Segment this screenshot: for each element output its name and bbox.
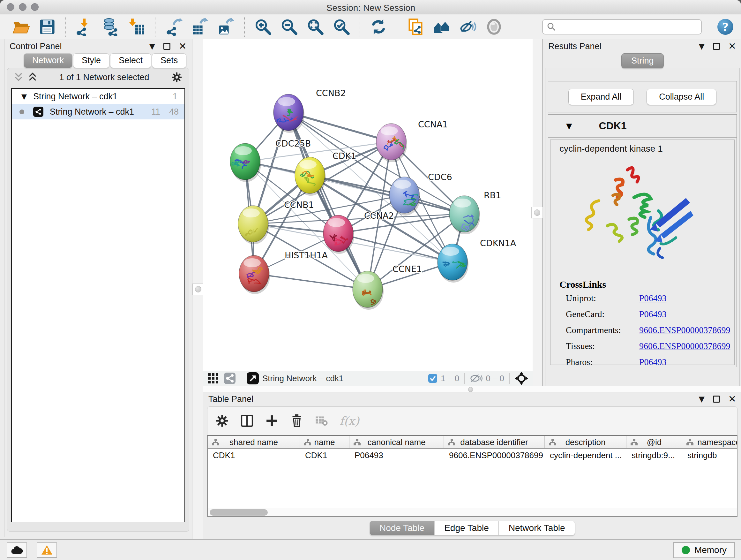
help-icon[interactable]: ?: [717, 18, 734, 35]
float-panel-icon[interactable]: [713, 43, 720, 50]
network-canvas[interactable]: CCNB2CCNA1CDC25BCDK1CDC6RB1CCNB1CCNA2CDK…: [203, 39, 533, 371]
splitter-grip[interactable]: [531, 207, 543, 219]
close-panel-icon[interactable]: ✕: [179, 42, 187, 51]
table-row[interactable]: CDK1 CDK1 P06493 9606.ENSP00000378699 cy…: [208, 449, 737, 462]
close-panel-icon[interactable]: ✕: [728, 42, 736, 51]
collapse-panel-icon[interactable]: ▼: [698, 43, 704, 50]
column-header-description[interactable]: description: [545, 436, 626, 448]
save-session-icon[interactable]: [38, 17, 57, 36]
scrollbar-thumb[interactable]: [210, 509, 268, 516]
collapse-panel-icon[interactable]: ▼: [698, 395, 704, 403]
edge-count: 48: [169, 107, 179, 117]
network-node-CCNB2[interactable]: [272, 94, 305, 133]
network-edge[interactable]: [254, 273, 367, 289]
column-type-icon: [448, 438, 455, 446]
export-network-icon[interactable]: [164, 17, 183, 36]
network-node-label: CCNA2: [364, 211, 394, 221]
network-node-CDKN1A[interactable]: [437, 244, 468, 283]
network-share-icon[interactable]: [224, 372, 236, 384]
refresh-layout-icon[interactable]: [369, 17, 388, 36]
open-session-icon[interactable]: [12, 17, 30, 36]
collapse-all-button[interactable]: Collapse All: [647, 89, 717, 105]
clone-network-icon[interactable]: [406, 17, 425, 36]
tab-style[interactable]: Style: [73, 53, 110, 68]
crosslink-compartments[interactable]: 9606.ENSP00000378699: [639, 325, 730, 335]
crosslink-pharos[interactable]: P06493: [639, 357, 667, 365]
delete-column-icon[interactable]: [290, 414, 304, 428]
tab-network-table[interactable]: Network Table: [499, 521, 575, 536]
splitter-grip[interactable]: [192, 284, 204, 295]
horizontal-scrollbar[interactable]: [208, 508, 737, 516]
column-header-shared-name[interactable]: shared name: [208, 436, 300, 448]
search-input[interactable]: [556, 22, 693, 32]
network-node-CCNE1[interactable]: [353, 271, 384, 310]
lens-icon[interactable]: [485, 17, 503, 36]
network-node-CDK1[interactable]: [295, 157, 326, 196]
column-header-id[interactable]: @id: [626, 436, 682, 448]
left-panel-splitter[interactable]: [192, 39, 203, 539]
network-tree-root-row[interactable]: ▼ String Network – cdk1 1: [12, 89, 185, 104]
tab-sets[interactable]: Sets: [152, 53, 186, 68]
tab-edge-table[interactable]: Edge Table: [434, 521, 499, 536]
selected-checkbox-icon[interactable]: [428, 374, 437, 383]
crosslink-tissues[interactable]: 9606.ENSP00000378699: [639, 341, 730, 351]
warnings-button[interactable]: [37, 543, 57, 558]
hide-panel-eye-icon[interactable]: [459, 17, 477, 36]
horizontal-splitter[interactable]: [203, 386, 741, 392]
collapse-all-icon[interactable]: [14, 72, 23, 83]
collapse-panel-icon[interactable]: ▼: [149, 43, 155, 50]
network-node-CDC6[interactable]: [389, 177, 422, 215]
tab-node-table[interactable]: Node Table: [369, 521, 434, 536]
float-panel-icon[interactable]: [163, 43, 171, 50]
zoom-out-icon[interactable]: [280, 17, 298, 36]
export-image-icon[interactable]: [217, 17, 235, 36]
grid-view-icon[interactable]: [208, 373, 219, 384]
zoom-selected-icon[interactable]: [332, 17, 351, 36]
node-section-title: CDK1: [599, 120, 626, 132]
network-node-CCNA1[interactable]: [376, 124, 407, 162]
import-database-icon[interactable]: [101, 17, 120, 36]
splitter-grip[interactable]: [468, 387, 473, 392]
column-header-name[interactable]: name: [300, 436, 349, 448]
expand-all-button[interactable]: Expand All: [568, 89, 634, 105]
right-panel-splitter[interactable]: [533, 39, 543, 392]
open-in-window-icon[interactable]: [246, 372, 259, 385]
tree-expand-icon[interactable]: ▼: [21, 92, 27, 101]
column-header-database-identifier[interactable]: database identifier: [444, 436, 545, 448]
footer-separator: [464, 373, 465, 384]
cloud-status-button[interactable]: [7, 543, 27, 558]
export-table-icon[interactable]: [191, 17, 209, 36]
section-collapse-icon[interactable]: ▼: [566, 122, 572, 131]
zoom-fit-icon[interactable]: [306, 17, 325, 36]
node-table: shared name name canonical name database…: [207, 435, 738, 517]
import-table-icon[interactable]: [127, 17, 146, 36]
memory-button[interactable]: Memory: [673, 542, 735, 558]
control-panel-tabs: Network Style Select Sets: [23, 53, 192, 68]
tab-network[interactable]: Network: [23, 53, 72, 68]
node-section-header[interactable]: ▼ CDK1: [548, 115, 737, 138]
column-header-namespace[interactable]: namespace: [682, 436, 738, 448]
add-column-icon[interactable]: [265, 414, 279, 428]
expand-all-icon[interactable]: [28, 72, 37, 83]
import-network-icon[interactable]: [75, 17, 93, 36]
network-tree-row-selected[interactable]: String Network – cdk1 11 48: [12, 104, 185, 119]
function-builder-icon: f(x): [340, 415, 359, 428]
network-icon: [33, 107, 44, 117]
table-options-gear-icon[interactable]: [215, 414, 229, 428]
zoom-in-icon[interactable]: [254, 17, 272, 36]
tab-select[interactable]: Select: [110, 53, 151, 68]
fit-content-crosshair-icon[interactable]: [515, 372, 528, 385]
column-type-icon: [686, 438, 694, 446]
network-options-gear-icon[interactable]: [171, 71, 183, 83]
float-panel-icon[interactable]: [713, 395, 720, 402]
home-networks-icon[interactable]: [432, 17, 451, 36]
close-panel-icon[interactable]: ✕: [728, 394, 736, 404]
network-node-HIST1H1A[interactable]: [239, 255, 270, 294]
network-node-RB1[interactable]: [449, 196, 486, 234]
network-node-CCNB1[interactable]: [238, 206, 269, 244]
tab-string[interactable]: String: [621, 53, 664, 68]
crosslink-uniprot[interactable]: P06493: [639, 293, 667, 303]
column-header-canonical-name[interactable]: canonical name: [349, 436, 444, 448]
show-columns-icon[interactable]: [240, 414, 254, 428]
crosslink-genecard[interactable]: P06493: [639, 309, 667, 319]
